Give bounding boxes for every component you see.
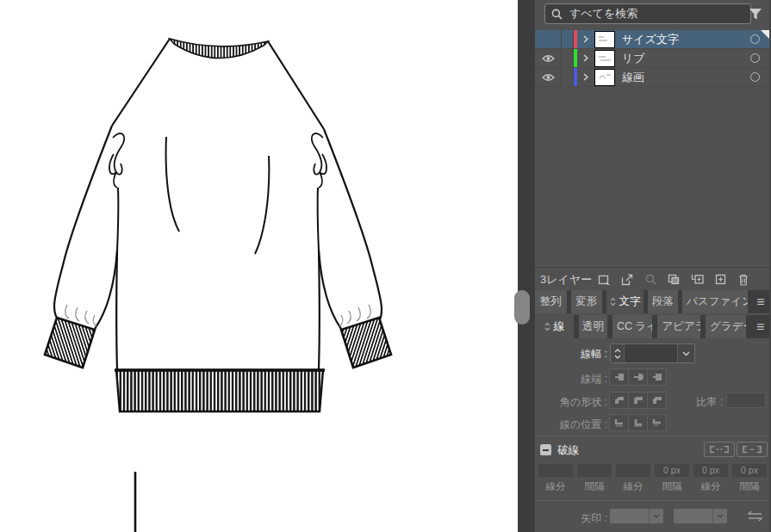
tab-appearance[interactable]: アピアランス <box>657 315 700 338</box>
butt-cap-button[interactable] <box>609 368 629 386</box>
align-outside-button[interactable] <box>647 414 667 431</box>
visibility-toggle[interactable] <box>535 49 562 67</box>
panel-menu-icon[interactable]: ≡ <box>751 315 769 338</box>
layer-row-size-text[interactable]: サイズ文字 <box>535 30 769 49</box>
tab-transform[interactable]: 変形 <box>571 290 603 313</box>
layer-thumbnail[interactable] <box>594 69 615 86</box>
dash-field-2: 間隔 <box>577 464 612 493</box>
expand-chevron-icon[interactable] <box>583 73 588 81</box>
align-center-button[interactable] <box>609 414 629 431</box>
round-cap-icon <box>633 373 644 381</box>
layer-row-lineart[interactable]: 線画 <box>535 68 769 87</box>
stepper-up-icon <box>614 349 621 353</box>
expand-chevron-icon[interactable] <box>583 35 588 43</box>
left-cuff-rib <box>45 318 95 368</box>
swap-arrows-icon <box>748 510 762 522</box>
layer-color-bar <box>574 68 577 86</box>
locate-object-icon[interactable] <box>644 273 657 287</box>
tab-pathfinder[interactable]: パスファインダー <box>682 290 748 313</box>
arrowhead-start-dropdown[interactable] <box>610 509 663 523</box>
dashed-line-label: 破線 <box>557 443 579 458</box>
dock-resize-handle[interactable] <box>514 290 530 325</box>
panel-dock: すべてを検索 サイズ文字 <box>535 0 771 532</box>
filter-icon <box>749 8 762 21</box>
layer-name[interactable]: サイズ文字 <box>622 32 740 47</box>
share-icon[interactable] <box>620 273 634 287</box>
dash-preserve-button[interactable] <box>704 442 735 457</box>
search-placeholder: すべてを検索 <box>569 6 637 22</box>
dash-input[interactable] <box>616 464 650 477</box>
gap-input[interactable] <box>577 464 612 477</box>
layer-color-bar <box>574 49 577 67</box>
align-inside-button[interactable] <box>628 414 648 431</box>
cuff-wrinkles <box>65 305 370 326</box>
panel-menu-icon[interactable]: ≡ <box>752 290 769 313</box>
dash-field-4: 0 px 間隔 <box>655 464 689 493</box>
miter-limit-input[interactable] <box>726 393 766 408</box>
selection-corner-indicator <box>761 30 769 39</box>
layer-name[interactable]: 線画 <box>622 70 740 85</box>
target-circle[interactable] <box>740 53 769 63</box>
dash-input[interactable] <box>538 464 573 477</box>
tab-cc-libraries[interactable]: CC ライブラリ <box>612 315 653 338</box>
tab-paragraph[interactable]: 段落 <box>648 290 678 313</box>
eye-icon <box>542 54 555 63</box>
corner-label: 角の形状 : <box>535 395 607 410</box>
trash-icon[interactable] <box>737 273 750 287</box>
layer-color-bar <box>574 30 577 48</box>
lock-toggle[interactable] <box>562 68 574 86</box>
miter-join-button[interactable] <box>609 392 629 409</box>
tab-transparency[interactable]: 透明 <box>579 315 607 338</box>
tab-align[interactable]: 整列 <box>535 290 567 313</box>
visibility-toggle[interactable] <box>535 68 562 86</box>
stroke-width-combo[interactable] <box>610 343 695 363</box>
dash-field-5: 0 px 線分 <box>693 464 728 493</box>
layer-row-rib[interactable]: リブ <box>535 49 769 68</box>
arrowheads-label: 矢印 : <box>535 511 607 526</box>
make-clipping-mask-icon[interactable] <box>667 273 681 287</box>
round-cap-button[interactable] <box>628 368 648 386</box>
dash-field-3: 線分 <box>616 464 650 493</box>
expand-chevron-icon[interactable] <box>583 54 588 62</box>
layer-count: 3レイヤー <box>540 272 592 288</box>
arrowhead-end-dropdown[interactable] <box>674 509 727 523</box>
lock-toggle[interactable] <box>562 49 574 67</box>
visibility-toggle[interactable] <box>535 30 562 48</box>
align-stroke-label: 線の位置 : <box>535 418 607 432</box>
stroke-width-stepper[interactable] <box>611 344 625 362</box>
collect-for-export-icon[interactable] <box>597 273 611 287</box>
search-input[interactable]: すべてを検索 <box>544 3 751 24</box>
dash-input[interactable]: 0 px <box>693 464 728 477</box>
target-circle[interactable] <box>740 72 769 82</box>
gap-input[interactable]: 0 px <box>732 464 767 477</box>
align-outside-icon <box>652 418 662 427</box>
layer-thumbnail[interactable] <box>594 50 615 67</box>
dash-align-icon <box>743 445 762 454</box>
layers-status-bar: 3レイヤー <box>535 267 769 291</box>
tab-gradient[interactable]: グラデーション <box>706 315 746 338</box>
dash-field-6: 0 px 間隔 <box>732 464 767 493</box>
new-sublayer-icon[interactable] <box>690 273 704 287</box>
cap-label: 線端 : <box>535 372 607 387</box>
tab-character[interactable]: 文字 <box>606 290 644 313</box>
gap-input[interactable]: 0 px <box>655 464 689 477</box>
dash-align-button[interactable] <box>737 442 768 457</box>
stroke-width-dropdown[interactable] <box>677 344 694 362</box>
new-layer-icon[interactable] <box>713 273 727 287</box>
projecting-cap-button[interactable] <box>647 368 667 386</box>
tab-stroke[interactable]: 線 <box>535 315 574 338</box>
round-join-button[interactable] <box>628 392 648 409</box>
swap-arrowheads-button[interactable] <box>747 510 762 523</box>
stroke-width-input[interactable] <box>625 344 677 362</box>
search-icon <box>551 9 563 20</box>
layer-thumbnail[interactable] <box>594 31 615 48</box>
filter-button[interactable] <box>747 5 764 22</box>
dashed-line-checkbox[interactable] <box>540 444 551 455</box>
dash-preserve-icon <box>710 445 729 454</box>
sweater-back-artwork <box>0 0 518 532</box>
projecting-cap-icon <box>652 373 662 381</box>
align-inside-icon <box>633 418 644 427</box>
artboard-canvas[interactable] <box>0 0 518 532</box>
layer-name[interactable]: リブ <box>622 51 740 66</box>
lock-toggle[interactable] <box>562 30 574 48</box>
